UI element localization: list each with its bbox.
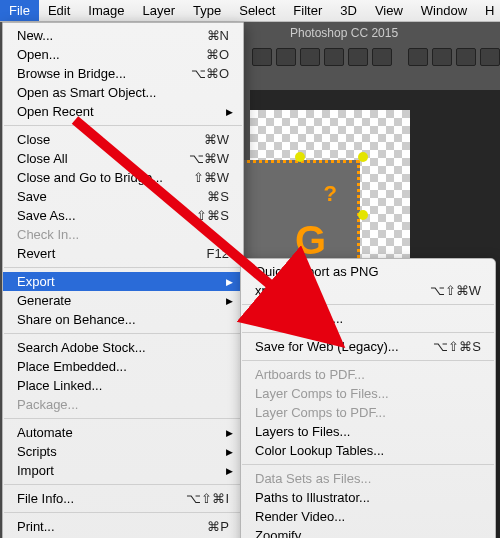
menu-item-label: Place Linked... (17, 378, 102, 393)
file_menu-item-save-as[interactable]: Save As...⇧⌘S (3, 206, 243, 225)
file_menu-item-close[interactable]: Close⌘W (3, 130, 243, 149)
export_submenu-item-data-sets-as-files: Data Sets as Files... (241, 469, 495, 488)
export_submenu-item-save-for-web-legacy[interactable]: Save for Web (Legacy)...⌥⇧⌘S (241, 337, 495, 356)
file_menu-item-new[interactable]: New...⌘N (3, 26, 243, 45)
export_submenu-item-layer-comps-to-files: Layer Comps to Files... (241, 384, 495, 403)
menu-item-shortcut: ⌘S (207, 189, 229, 204)
align-left-edges-icon[interactable] (252, 48, 272, 66)
file_menu-item-file-info[interactable]: File Info...⌥⇧⌘I (3, 489, 243, 508)
align-horizontal-centers-icon[interactable] (276, 48, 296, 66)
file_menu-item-open-as-smart-object[interactable]: Open as Smart Object... (3, 83, 243, 102)
menu-item-shortcut: ⌥⌘O (191, 66, 229, 81)
file_menu-item-print[interactable]: Print...⌘P (3, 517, 243, 536)
menu-separator (4, 267, 242, 268)
file_menu-item-generate[interactable]: Generate▶ (3, 291, 243, 310)
export_submenu-item-artboards-to-pdf: Artboards to PDF... (241, 365, 495, 384)
menu-item-label: xport As... (255, 283, 313, 298)
menu-3d[interactable]: 3D (331, 0, 366, 21)
file_menu-item-open-recent[interactable]: Open Recent▶ (3, 102, 243, 121)
menu-help[interactable]: H (476, 0, 500, 21)
menu-item-shortcut: ⌘O (206, 47, 229, 62)
menu-item-label: Quick Export as PNG (255, 264, 379, 279)
menu-item-label: Zoomify... (255, 528, 311, 538)
menu-item-label: Generate (17, 293, 71, 308)
submenu-arrow-icon: ▶ (226, 107, 233, 117)
menu-select[interactable]: Select (230, 0, 284, 21)
file_menu-item-close-and-go-to-bridge[interactable]: Close and Go to Bridge...⇧⌘W (3, 168, 243, 187)
distribute-vertical-centers-icon[interactable] (432, 48, 452, 66)
export_submenu-item-color-lookup-tables[interactable]: Color Lookup Tables... (241, 441, 495, 460)
menu-type[interactable]: Type (184, 0, 230, 21)
file_menu-item-automate[interactable]: Automate▶ (3, 423, 243, 442)
export_submenu-item-layer-comps-to-pdf: Layer Comps to PDF... (241, 403, 495, 422)
menu-item-shortcut: ⌥⇧⌘I (186, 491, 229, 506)
align-top-edges-icon[interactable] (324, 48, 344, 66)
file_menu-item-package: Package... (3, 395, 243, 414)
file_menu-item-check-in: Check In... (3, 225, 243, 244)
menu-layer[interactable]: Layer (134, 0, 185, 21)
menu-item-label: Layer Comps to PDF... (255, 405, 386, 420)
selected-shape[interactable]: ? G (240, 160, 360, 270)
menu-item-label: Render Video... (255, 509, 345, 524)
distribute-bottom-edges-icon[interactable] (456, 48, 476, 66)
file_menu-item-scripts[interactable]: Scripts▶ (3, 442, 243, 461)
menu-separator (4, 512, 242, 513)
submenu-arrow-icon: ▶ (226, 447, 233, 457)
export_submenu-item-t-preferences[interactable]: t Preferences... (241, 309, 495, 328)
export_submenu-item-layers-to-files[interactable]: Layers to Files... (241, 422, 495, 441)
menu-item-shortcut: ⌘N (207, 28, 229, 43)
menu-item-label: Check In... (17, 227, 79, 242)
menu-item-label: Place Embedded... (17, 359, 127, 374)
submenu-arrow-icon: ▶ (226, 277, 233, 287)
menu-image[interactable]: Image (79, 0, 133, 21)
menu-item-shortcut: ⌥⌘W (189, 151, 229, 166)
file_menu-item-search-adobe-stock[interactable]: Search Adobe Stock... (3, 338, 243, 357)
menu-view[interactable]: View (366, 0, 412, 21)
menu-separator (4, 484, 242, 485)
menu-item-label: Save for Web (Legacy)... (255, 339, 399, 354)
menu-item-label: Open... (17, 47, 60, 62)
align-bottom-edges-icon[interactable] (372, 48, 392, 66)
menu-item-shortcut: ⇧⌘S (196, 208, 229, 223)
menu-item-label: Share on Behance... (17, 312, 136, 327)
align-vertical-centers-icon[interactable] (348, 48, 368, 66)
file_menu-item-place-linked[interactable]: Place Linked... (3, 376, 243, 395)
menu-edit[interactable]: Edit (39, 0, 79, 21)
menu-separator (242, 464, 494, 465)
align-right-edges-icon[interactable] (300, 48, 320, 66)
file_menu-item-import[interactable]: Import▶ (3, 461, 243, 480)
file_menu-item-revert[interactable]: RevertF12 (3, 244, 243, 263)
menu-item-label: Color Lookup Tables... (255, 443, 384, 458)
menu-window[interactable]: Window (412, 0, 476, 21)
submenu-arrow-icon: ▶ (226, 466, 233, 476)
document-canvas[interactable]: ? G (250, 110, 410, 270)
distribute-top-edges-icon[interactable] (408, 48, 428, 66)
menu-item-label: Paths to Illustrator... (255, 490, 370, 505)
export_submenu-item-zoomify[interactable]: Zoomify... (241, 526, 495, 538)
menu-item-label: Save As... (17, 208, 76, 223)
menu-separator (242, 304, 494, 305)
file_menu-item-close-all[interactable]: Close All⌥⌘W (3, 149, 243, 168)
menu-separator (4, 125, 242, 126)
file_menu-item-open[interactable]: Open...⌘O (3, 45, 243, 64)
file_menu-item-export[interactable]: Export▶ (3, 272, 243, 291)
menu-item-label: Data Sets as Files... (255, 471, 371, 486)
export_submenu-item-paths-to-illustrator[interactable]: Paths to Illustrator... (241, 488, 495, 507)
file_menu-item-browse-in-bridge[interactable]: Browse in Bridge...⌥⌘O (3, 64, 243, 83)
file_menu-item-place-embedded[interactable]: Place Embedded... (3, 357, 243, 376)
menu-item-label: File Info... (17, 491, 74, 506)
export-submenu-dropdown: Quick Export as PNGxport As...⌥⇧⌘Wt Pref… (240, 258, 496, 538)
export_submenu-item-xport-as[interactable]: xport As...⌥⇧⌘W (241, 281, 495, 300)
export_submenu-item-quick-export-as-png[interactable]: Quick Export as PNG (241, 262, 495, 281)
menu-filter[interactable]: Filter (284, 0, 331, 21)
menu-file[interactable]: File (0, 0, 39, 21)
file_menu-item-share-on-behance[interactable]: Share on Behance... (3, 310, 243, 329)
menu-item-label: Open as Smart Object... (17, 85, 156, 100)
export_submenu-item-render-video[interactable]: Render Video... (241, 507, 495, 526)
menu-item-shortcut: ⌥⇧⌘S (433, 339, 481, 354)
menu-separator (4, 418, 242, 419)
menu-item-shortcut: ⌘W (204, 132, 229, 147)
distribute-left-edges-icon[interactable] (480, 48, 500, 66)
options-bar (252, 48, 500, 66)
file_menu-item-save[interactable]: Save⌘S (3, 187, 243, 206)
